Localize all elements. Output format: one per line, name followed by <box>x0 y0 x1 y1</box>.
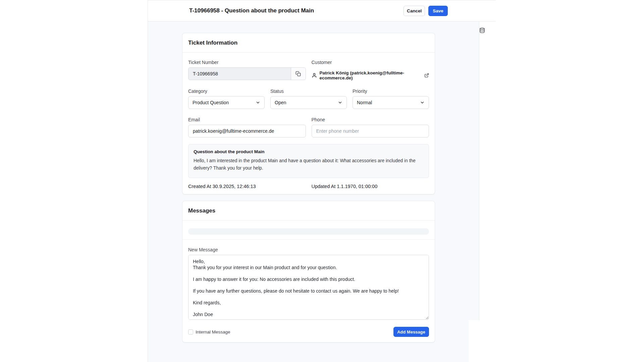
customer-name: Patrick König (patrick.koenig@fulltime-e… <box>320 70 422 80</box>
new-message-section: New Message Hello, Thank you for your in… <box>182 240 435 342</box>
messages-list <box>182 221 435 240</box>
phone-label: Phone <box>312 117 429 122</box>
messages-card: Messages New Message Hello, Thank you fo… <box>182 201 435 343</box>
message-placeholder-bar <box>188 228 429 235</box>
messages-card-header: Messages <box>182 201 435 221</box>
internal-message-checkbox[interactable] <box>188 329 193 335</box>
page-title: T-10966958 - Question about the product … <box>189 7 314 14</box>
customer-link[interactable]: Patrick König (patrick.koenig@fulltime-e… <box>312 67 429 80</box>
ticket-number-field: Ticket Number <box>188 60 306 80</box>
category-label: Category <box>188 88 265 94</box>
timestamps-row: Created At 30.9.2025, 12:46:13 Updated A… <box>188 184 429 189</box>
add-message-button[interactable]: Add Message <box>393 327 429 337</box>
chevron-down-icon <box>338 100 342 105</box>
ticket-information-card: Ticket Information Ticket Number <box>182 33 435 194</box>
priority-field: Priority Normal <box>353 88 429 109</box>
new-message-label: New Message <box>188 247 429 252</box>
category-select[interactable]: Product Question <box>188 96 265 109</box>
right-rail <box>479 21 496 320</box>
new-message-footer: Internal Message Add Message <box>188 327 429 337</box>
original-message-title: Question about the product Main <box>194 149 424 154</box>
created-at-text: Created At 30.9.2025, 12:46:13 <box>188 184 306 189</box>
status-label: Status <box>270 88 347 94</box>
header-actions: Cancel Save <box>404 6 448 16</box>
chevron-down-icon <box>256 100 260 105</box>
priority-label: Priority <box>353 88 429 94</box>
status-select[interactable]: Open <box>270 96 347 109</box>
customer-field: Customer Patrick König (patrick.koenig@f… <box>312 60 429 80</box>
copy-ticket-number-button[interactable] <box>291 68 306 80</box>
save-button[interactable]: Save <box>428 6 448 16</box>
original-message-box: Question about the product Main Hello, I… <box>188 144 429 178</box>
cancel-button[interactable]: Cancel <box>404 6 425 16</box>
copy-icon <box>296 71 301 76</box>
email-input[interactable] <box>188 125 306 137</box>
page-header: T-10966958 - Question about the product … <box>148 0 496 21</box>
ticket-number-group <box>188 67 306 80</box>
updated-at-text: Updated At 1.1.1970, 01:00:00 <box>312 184 429 189</box>
ticket-number-label: Ticket Number <box>188 60 306 65</box>
messages-card-title: Messages <box>188 207 429 214</box>
category-select-value: Product Question <box>193 100 229 105</box>
external-link-icon <box>424 73 429 78</box>
ticket-card-header: Ticket Information <box>182 33 435 53</box>
user-icon <box>312 73 317 78</box>
email-field: Email <box>188 117 306 137</box>
ticket-card-body: Ticket Number <box>182 53 435 194</box>
bottom-right-overlay <box>469 320 644 362</box>
priority-select-value: Normal <box>357 100 372 105</box>
email-label: Email <box>188 117 306 122</box>
phone-field: Phone <box>312 117 429 137</box>
original-message-body: Hello, I am interested in the product Ma… <box>194 157 424 172</box>
customer-label: Customer <box>312 60 429 65</box>
category-field: Category Product Question <box>188 88 265 109</box>
phone-input[interactable] <box>312 125 429 137</box>
internal-message-toggle[interactable]: Internal Message <box>188 329 230 335</box>
ticket-number-input <box>189 68 291 80</box>
priority-select[interactable]: Normal <box>353 96 429 109</box>
database-icon[interactable] <box>479 21 485 33</box>
ticket-card-title: Ticket Information <box>188 40 429 46</box>
chevron-down-icon <box>420 100 425 105</box>
status-select-value: Open <box>275 100 286 105</box>
internal-message-label: Internal Message <box>196 329 230 335</box>
status-field: Status Open <box>270 88 347 109</box>
new-message-textarea[interactable]: Hello, Thank you for your interest in ou… <box>188 255 429 320</box>
ticket-detail-page: T-10966958 - Question about the product … <box>0 0 644 362</box>
